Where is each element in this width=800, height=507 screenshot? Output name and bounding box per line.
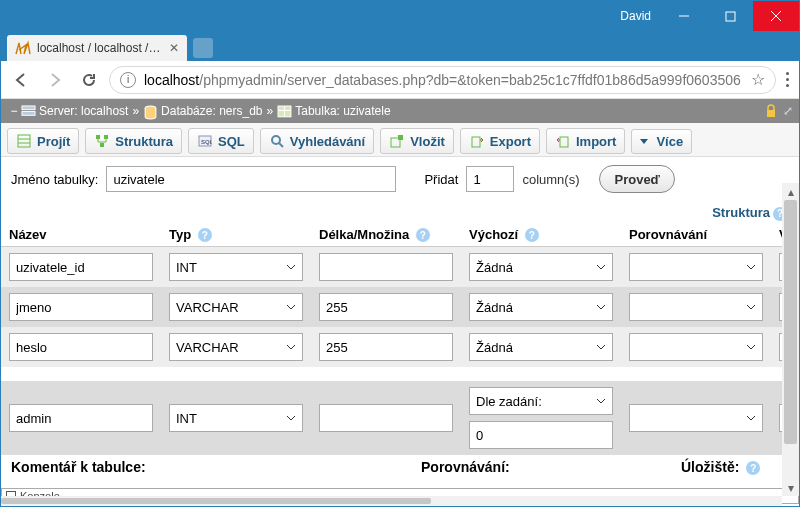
- col-type-header: Typ ?: [161, 223, 311, 247]
- new-tab-button[interactable]: [193, 38, 213, 58]
- import-icon: [555, 133, 571, 149]
- default-select[interactable]: Dle zadání:: [469, 387, 613, 415]
- default-select[interactable]: Žádná: [469, 293, 613, 321]
- window-maximize-button[interactable]: [707, 1, 753, 31]
- default-select[interactable]: Žádná: [469, 333, 613, 361]
- insert-icon: [389, 133, 405, 149]
- svg-rect-4: [22, 106, 35, 110]
- site-info-icon[interactable]: i: [120, 72, 136, 88]
- help-icon[interactable]: ?: [746, 461, 760, 475]
- length-input[interactable]: [319, 404, 453, 432]
- table-options-row: Jméno tabulky: Přidat column(s) Proveď: [1, 157, 799, 201]
- svg-rect-22: [398, 135, 403, 140]
- col-collation-header: Porovnávání: [621, 223, 771, 247]
- arrow-right-icon: [47, 72, 63, 88]
- grid-row: VARCHARŽádná: [1, 327, 799, 367]
- table-icon: [277, 105, 292, 117]
- browser-menu-button[interactable]: [782, 68, 793, 91]
- help-icon[interactable]: ?: [416, 228, 430, 242]
- storage-label: Úložiště: ?: [681, 459, 760, 475]
- help-icon[interactable]: ?: [198, 228, 212, 242]
- window-user: David: [620, 9, 651, 23]
- address-url: localhost/phpmyadmin/server_databases.ph…: [144, 72, 751, 88]
- vertical-scrollbar[interactable]: ▴ ▾: [782, 183, 799, 496]
- length-input[interactable]: [319, 253, 453, 281]
- col-name-header: Název: [1, 223, 161, 247]
- name-input[interactable]: [9, 333, 153, 361]
- name-input[interactable]: [9, 404, 153, 432]
- name-input[interactable]: [9, 293, 153, 321]
- reload-icon: [81, 72, 97, 88]
- grid-header-row: Název Typ ? Délka/Množina ? Výchozí ? Po…: [1, 223, 799, 247]
- length-input[interactable]: [319, 333, 453, 361]
- type-select[interactable]: VARCHAR: [169, 293, 303, 321]
- tab-insert[interactable]: Vložit: [380, 128, 454, 154]
- svg-rect-5: [22, 112, 35, 116]
- table-footer-labels: Komentář k tabulce: Porovnávání: Úložišt…: [1, 455, 799, 475]
- svg-line-20: [279, 143, 283, 147]
- caret-down-icon: [640, 139, 648, 144]
- scroll-up-icon[interactable]: ▴: [782, 183, 799, 200]
- window-minimize-button[interactable]: [661, 1, 707, 31]
- collation-select[interactable]: [629, 293, 763, 321]
- tab-import[interactable]: Import: [546, 128, 625, 154]
- structure-icon: [94, 133, 110, 149]
- collation-select[interactable]: [629, 333, 763, 361]
- svg-point-19: [272, 136, 280, 144]
- name-input[interactable]: [9, 253, 153, 281]
- length-input[interactable]: [319, 293, 453, 321]
- phpmyadmin-favicon: [15, 40, 31, 56]
- tab-close-icon[interactable]: ✕: [169, 41, 179, 55]
- default-value-input[interactable]: [469, 421, 613, 449]
- arrow-left-icon: [13, 72, 29, 88]
- svg-rect-1: [726, 12, 735, 21]
- col-default-header: Výchozí ?: [461, 223, 621, 247]
- forward-button[interactable]: [41, 66, 69, 94]
- svg-text:SQL: SQL: [201, 139, 212, 145]
- scroll-thumb[interactable]: [1, 498, 431, 504]
- tab-structure[interactable]: Struktura: [85, 128, 182, 154]
- go-button[interactable]: Proveď: [599, 165, 674, 193]
- tab-more[interactable]: Více: [631, 129, 692, 154]
- database-icon: [143, 105, 158, 117]
- type-select[interactable]: VARCHAR: [169, 333, 303, 361]
- comment-label: Komentář k tabulce:: [11, 459, 391, 475]
- export-icon: [469, 133, 485, 149]
- minimize-icon: [678, 10, 690, 22]
- tab-search[interactable]: Vyhledávání: [260, 128, 374, 154]
- close-icon: [770, 10, 782, 22]
- help-icon[interactable]: ?: [525, 228, 539, 242]
- tab-sql[interactable]: SQLSQL: [188, 128, 254, 154]
- tab-export[interactable]: Export: [460, 128, 540, 154]
- breadcrumb-database[interactable]: Databáze: ners_db: [161, 104, 262, 118]
- collation-select[interactable]: [629, 404, 763, 432]
- bookmark-icon[interactable]: ☆: [751, 70, 765, 89]
- grid-row: VARCHARŽádná: [1, 287, 799, 327]
- browser-tab-label: localhost / localhost / ne: [37, 41, 163, 55]
- type-select[interactable]: INT: [169, 253, 303, 281]
- breadcrumb-table[interactable]: Tabulka: uzivatele: [295, 104, 390, 118]
- tab-browse[interactable]: Projít: [7, 128, 79, 154]
- nav-collapse-button[interactable]: −: [7, 104, 21, 118]
- scroll-down-icon[interactable]: ▾: [782, 479, 799, 496]
- window-close-button[interactable]: [753, 1, 799, 31]
- scroll-thumb[interactable]: [784, 200, 797, 444]
- columns-suffix: column(s): [522, 172, 579, 187]
- browse-icon: [16, 133, 32, 149]
- browser-toolbar: i localhost/phpmyadmin/server_databases.…: [1, 61, 799, 99]
- address-bar[interactable]: i localhost/phpmyadmin/server_databases.…: [109, 66, 776, 94]
- toolbar: Projít Struktura SQLSQL Vyhledávání Vlož…: [1, 123, 799, 157]
- page-help-icon[interactable]: ⤢: [783, 104, 793, 118]
- browser-tab[interactable]: localhost / localhost / ne ✕: [7, 35, 187, 61]
- default-select[interactable]: Žádná: [469, 253, 613, 281]
- collation-select[interactable]: [629, 253, 763, 281]
- horizontal-scrollbar[interactable]: [1, 496, 782, 506]
- reload-button[interactable]: [75, 66, 103, 94]
- col-length-header: Délka/Množina ?: [311, 223, 461, 247]
- type-select[interactable]: INT: [169, 404, 303, 432]
- back-button[interactable]: [7, 66, 35, 94]
- breadcrumb-server[interactable]: Server: localhost: [39, 104, 128, 118]
- table-name-input[interactable]: [106, 166, 396, 192]
- add-columns-input[interactable]: [466, 166, 514, 192]
- sql-icon: SQL: [197, 133, 213, 149]
